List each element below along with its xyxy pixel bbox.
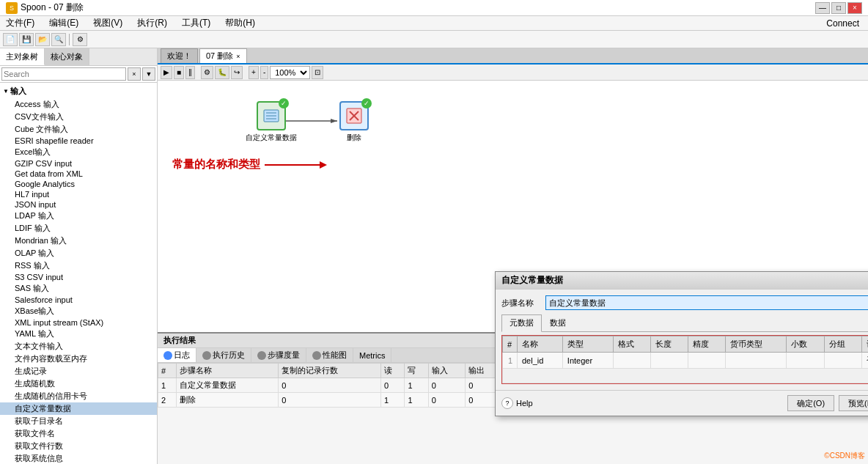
- tab-delete[interactable]: 07 删除 ×: [199, 48, 247, 63]
- close-btn[interactable]: ×: [847, 2, 862, 14]
- tree-item-xmlstream[interactable]: XML input stream (StAX): [0, 317, 157, 328]
- menu-edit[interactable]: 编辑(E): [46, 17, 81, 29]
- tree-item-json[interactable]: JSON input: [0, 199, 157, 210]
- modal-tab-data[interactable]: 数据: [542, 314, 574, 331]
- col-precision: 精度: [688, 336, 726, 353]
- tree-item-getsysinfo[interactable]: 获取系统信息: [0, 452, 157, 464]
- toolbar-settings[interactable]: ⚙: [73, 33, 87, 46]
- empty-cell: [503, 369, 869, 383]
- step-name-input[interactable]: [545, 295, 868, 310]
- node-constants-label: 自定义常量数据: [246, 133, 297, 143]
- tree-item-filecontent[interactable]: 文件内容数载至内存: [0, 353, 157, 365]
- minimize-btn[interactable]: —: [815, 2, 830, 14]
- tab-welcome[interactable]: 欢迎！: [161, 48, 198, 63]
- tree-item-esri[interactable]: ESRI shapefile reader: [0, 136, 157, 146]
- tab-close-icon[interactable]: ×: [236, 53, 240, 60]
- tree-item-random[interactable]: 生成随机数: [0, 378, 157, 390]
- col-nullable: 设为空里？: [861, 336, 868, 353]
- tree-item-rss[interactable]: RSS 输入: [0, 259, 157, 272]
- mr1-precision: [688, 353, 726, 369]
- tree-item-genrecords[interactable]: 生成记录: [0, 365, 157, 378]
- log-icon: [163, 351, 172, 360]
- tree-item-ldif[interactable]: LDIF 输入: [0, 222, 157, 235]
- tree-item-hl7[interactable]: HL7 input: [0, 189, 157, 199]
- tab-core-objects[interactable]: 核心对象: [45, 48, 89, 65]
- zoom-out-btn[interactable]: -: [260, 66, 268, 79]
- tree-item-salesforce[interactable]: Salesforce input: [0, 295, 157, 305]
- editor-tab-bar: 欢迎！ 07 删除 ×: [158, 48, 868, 65]
- tree-item-excel[interactable]: Excel输入: [0, 146, 157, 158]
- modal-table-row: 1 del_id Integer: [503, 353, 869, 369]
- help-label: Help: [516, 399, 533, 408]
- search-go-btn[interactable]: ▼: [142, 67, 155, 81]
- tree-item-csv[interactable]: CSV文件输入: [0, 111, 157, 123]
- tab-history[interactable]: 执行历史: [196, 348, 251, 362]
- tab-main-objects[interactable]: 主对象树: [0, 48, 45, 65]
- save-btn[interactable]: 💾: [19, 33, 34, 46]
- tab-log[interactable]: 日志: [158, 348, 196, 362]
- modal-title-bar: 自定义常量数据 — □ ×: [496, 272, 868, 290]
- step-btn[interactable]: ↪: [231, 66, 243, 79]
- tree-item-gzip[interactable]: GZIP CSV input: [0, 158, 157, 169]
- pause-btn[interactable]: ‖: [185, 66, 195, 79]
- stop-btn[interactable]: ■: [174, 66, 184, 79]
- modal-table-wrap: # 名称 类型 格式 长度 精度 货币类型 小数 分组: [501, 335, 868, 384]
- category-input[interactable]: ▼ 输入: [0, 84, 157, 98]
- tab-metrics2[interactable]: Metrics: [353, 348, 391, 362]
- tree-item-getfilerows[interactable]: 获取文件行数: [0, 440, 157, 452]
- left-panel: 主对象树 核心对象 × ▼ ▼ 输入 Access 输入 CSV文件输入 Cub…: [0, 48, 158, 464]
- zoom-fit-btn[interactable]: ⊡: [312, 66, 323, 79]
- new-btn[interactable]: 📄: [3, 33, 18, 46]
- menu-view[interactable]: 视图(V): [90, 17, 125, 29]
- search-input[interactable]: [1, 67, 126, 81]
- tree-item-xml[interactable]: Get data from XML: [0, 169, 157, 179]
- modal-tab-metadata[interactable]: 元数据: [501, 314, 542, 332]
- tree-item-yaml[interactable]: YAML 输入: [0, 328, 157, 340]
- mr1-type: Integer: [562, 353, 613, 369]
- search-clear-btn[interactable]: ×: [128, 67, 141, 81]
- tree-item-cube[interactable]: Cube 文件输入: [0, 123, 157, 136]
- tree-item-ldap[interactable]: LDAP 输入: [0, 210, 157, 222]
- tree-item-s3[interactable]: S3 CSV input: [0, 272, 157, 282]
- help-area: ? Help: [501, 397, 533, 409]
- red-arrow: [265, 161, 327, 169]
- tree-item-access[interactable]: Access 输入: [0, 98, 157, 111]
- menu-help[interactable]: 帮助(H): [222, 17, 258, 29]
- annotation-area: 常量的名称和类型: [172, 158, 327, 172]
- connect-btn[interactable]: Connect: [826, 18, 865, 29]
- tree-item-creditcard[interactable]: 生成随机的信用卡号: [0, 390, 157, 402]
- open-btn[interactable]: 📂: [35, 33, 50, 46]
- node-delete[interactable]: ✓ 删除: [339, 101, 369, 143]
- toolbar-btn-4[interactable]: 🔍: [51, 33, 66, 46]
- preview-button[interactable]: 预览(P): [839, 395, 868, 411]
- node-constants[interactable]: ✓ 自定义常量数据: [246, 101, 297, 143]
- tree-item-olap[interactable]: OLAP 输入: [0, 247, 157, 259]
- tree-item-getfilename[interactable]: 获取文件名: [0, 427, 157, 440]
- tree-item-google[interactable]: Google Analytics: [0, 179, 157, 189]
- row1-input: 0: [428, 378, 465, 393]
- play-btn[interactable]: ▶: [161, 66, 172, 79]
- tree-item-xbase[interactable]: XBase输入: [0, 305, 157, 317]
- zoom-in-btn[interactable]: +: [249, 66, 259, 79]
- tab-perf[interactable]: 性能图: [306, 348, 353, 362]
- ok-button[interactable]: 确定(O): [787, 395, 834, 411]
- mr1-nullable: 否: [861, 353, 868, 369]
- tree-item-getdirname[interactable]: 获取子目录名: [0, 415, 157, 427]
- debug-btn[interactable]: 🐛: [215, 66, 229, 79]
- menu-file[interactable]: 文件(F): [3, 17, 37, 29]
- col-read: 读: [380, 364, 404, 378]
- settings-btn[interactable]: ⚙: [201, 66, 213, 79]
- canvas-bottom-container: ✓ 自定义常量数据 ✓ 删除: [158, 81, 868, 464]
- tab-metrics[interactable]: 步骤度量: [251, 348, 306, 362]
- maximize-btn[interactable]: □: [831, 2, 846, 14]
- help-icon[interactable]: ?: [501, 397, 513, 409]
- row1-write: 1: [405, 378, 428, 393]
- tree-item-mondrian[interactable]: Mondrian 输入: [0, 235, 157, 247]
- menu-run[interactable]: 执行(R): [134, 17, 170, 29]
- zoom-select[interactable]: 100%: [270, 66, 310, 79]
- menu-tools[interactable]: 工具(T): [179, 17, 213, 29]
- delete-svg: [345, 107, 363, 125]
- tree-item-textfile[interactable]: 文本文件输入: [0, 340, 157, 353]
- tree-item-constants[interactable]: 自定义常量数据: [0, 402, 157, 415]
- tree-item-sas[interactable]: SAS 输入: [0, 282, 157, 295]
